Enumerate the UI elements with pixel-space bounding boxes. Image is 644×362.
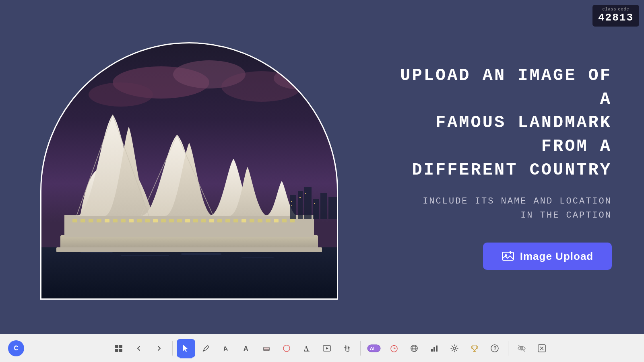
trophy-button[interactable] [465,339,484,358]
forward-button[interactable] [150,339,168,358]
svg-marker-67 [326,347,328,350]
toolbar-center: A A A AI [109,339,551,358]
back-button[interactable] [130,339,148,358]
svg-rect-26 [169,219,174,222]
help-button[interactable]: ? [485,339,504,358]
svg-rect-33 [225,219,230,222]
exit-button[interactable] [533,339,551,358]
hand-button[interactable] [338,339,356,358]
svg-rect-78 [433,347,435,352]
main-heading: UPLOAD AN IMAGE OF A FAMOUS LANDMARK FRO… [378,64,612,182]
svg-rect-57 [115,349,118,352]
svg-rect-39 [274,219,279,222]
shape-button[interactable] [277,339,296,358]
svg-rect-27 [177,219,182,222]
svg-rect-47 [328,197,338,219]
cursor-button[interactable] [177,339,195,358]
svg-rect-31 [209,219,214,222]
svg-rect-23 [145,219,150,222]
media-button[interactable] [318,339,336,358]
svg-rect-25 [161,219,166,222]
svg-rect-37 [258,219,262,222]
svg-rect-44 [304,187,312,219]
svg-text:?: ? [493,345,497,351]
toolbar-left: C [8,340,24,356]
opera-house-image [40,42,338,300]
main-content: UPLOAD AN IMAGE OF A FAMOUS LANDMARK FRO… [0,0,644,334]
svg-rect-43 [298,191,303,219]
svg-rect-10 [242,257,274,258]
svg-rect-45 [313,199,319,219]
svg-rect-28 [185,219,190,222]
svg-rect-32 [217,219,222,222]
svg-rect-18 [105,219,109,222]
svg-rect-35 [242,219,246,222]
svg-point-5 [274,67,330,90]
svg-text:A: A [244,345,248,352]
svg-rect-50 [299,197,301,198]
eye-off-button[interactable] [512,339,531,358]
eraser-button[interactable] [257,339,276,358]
svg-rect-14 [72,219,77,222]
svg-rect-12 [56,247,322,252]
svg-rect-8 [121,255,169,256]
text-section: UPLOAD AN IMAGE OF A FAMOUS LANDMARK FRO… [362,64,612,270]
svg-rect-19 [113,219,118,222]
svg-rect-13 [64,215,314,237]
timer-button[interactable] [385,339,403,358]
pen-button[interactable] [197,339,215,358]
svg-rect-48 [291,201,292,202]
svg-rect-49 [291,205,292,206]
svg-rect-38 [266,219,270,222]
svg-rect-42 [290,195,296,219]
class-code-number: 42813 [598,12,634,24]
svg-rect-46 [320,193,327,219]
svg-rect-9 [181,253,221,255]
svg-point-63 [283,345,290,352]
svg-rect-11 [60,235,318,249]
svg-rect-17 [97,219,101,222]
svg-rect-53 [502,252,514,260]
svg-rect-24 [153,219,158,222]
image-upload-button[interactable]: Image Upload [483,243,612,270]
svg-rect-55 [115,345,118,348]
text-angled-button[interactable]: A [217,339,235,358]
divider-1 [172,341,173,356]
class-code-badge: class code 42813 [592,5,639,27]
upload-button-label: Image Upload [520,250,593,263]
svg-rect-52 [314,203,315,204]
svg-rect-34 [233,219,238,222]
divider-2 [360,341,361,356]
svg-rect-6 [40,247,338,300]
svg-text:A: A [222,345,228,352]
svg-rect-56 [119,345,122,348]
svg-rect-61 [264,347,269,351]
svg-rect-77 [431,349,433,352]
settings-wheel-button[interactable] [445,339,464,358]
svg-rect-36 [250,219,254,222]
svg-rect-41 [290,219,295,222]
svg-rect-22 [137,219,142,222]
globe-button[interactable] [405,339,423,358]
sub-heading: INCLUDE ITS NAME AND LOCATION IN THE CAP… [423,194,612,222]
ai-button[interactable]: AI [365,339,383,358]
svg-rect-21 [129,219,134,222]
code-label: code [618,7,629,12]
svg-rect-15 [80,219,85,222]
class-label: class [602,7,616,12]
svg-rect-30 [201,219,206,222]
chart-button[interactable] [425,339,444,358]
divider-3 [508,341,508,356]
grid-button[interactable] [109,339,128,358]
svg-rect-79 [436,346,438,352]
classwize-logo[interactable]: C [8,340,24,356]
svg-rect-40 [282,219,287,222]
text-straight-button[interactable]: A [237,339,256,358]
text-bold-button[interactable]: A [297,339,316,358]
upload-icon [502,250,514,263]
svg-rect-29 [193,219,198,222]
svg-rect-71 [393,345,395,346]
svg-rect-58 [119,349,122,352]
svg-text:AI: AI [370,346,374,351]
svg-rect-20 [121,219,126,222]
